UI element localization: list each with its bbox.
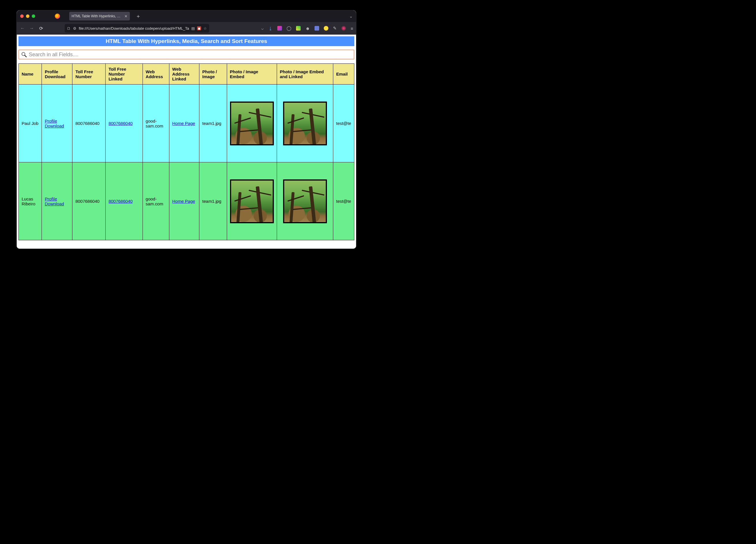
window-controls (20, 14, 35, 18)
cell-photo: team1.jpg (199, 162, 227, 240)
tabs-dropdown-icon[interactable]: ⌄ (349, 14, 353, 18)
toll-free-link[interactable]: 8007686040 (108, 121, 132, 126)
embedded-image-link[interactable] (280, 102, 330, 145)
cell-web-address: good-sam.com (143, 162, 169, 240)
downloads-icon[interactable]: ⭳ (268, 26, 273, 31)
back-button[interactable]: ← (20, 26, 25, 31)
cell-toll-free-linked: 8007686040 (106, 85, 143, 162)
cell-toll-free: 8007686040 (72, 162, 106, 240)
close-window-button[interactable] (20, 14, 24, 18)
cell-photo-embed (227, 85, 277, 162)
page-content: HTML Table With Hyperlinks, Media, Searc… (17, 35, 356, 249)
url-bar[interactable]: 🗋 ⚙ file:///Users/nathan/Downloads/tabul… (65, 24, 209, 33)
col-toll-free[interactable]: Toll Free Number (72, 64, 106, 85)
table-row: Paul Job Profile Download 8007686040 800… (19, 85, 354, 162)
extension-icon-4[interactable]: ☻ (305, 26, 310, 31)
url-text: file:///Users/nathan/Downloads/tabulate … (79, 26, 189, 31)
embedded-image (230, 102, 274, 145)
app-menu-icon[interactable]: ≡ (351, 26, 353, 31)
col-toll-free-linked[interactable]: Toll Free Number Linked (106, 64, 143, 85)
search-container (18, 50, 354, 59)
permissions-icon[interactable]: ⚙ (73, 26, 76, 31)
home-page-link[interactable]: Home Page (172, 199, 195, 204)
search-icon (21, 51, 27, 58)
col-profile-download[interactable]: Profile Download (42, 64, 72, 85)
toll-free-link[interactable]: 8007686040 (108, 199, 132, 204)
titlebar: HTML Table With Hyperlinks, Media, ✕ ＋ ⌄ (17, 10, 356, 22)
col-name[interactable]: Name (19, 64, 42, 85)
firefox-logo-icon (55, 14, 60, 19)
cell-name: Paul Job (19, 85, 42, 162)
blocker-badge-icon[interactable]: ◼ (197, 26, 201, 30)
embedded-image (283, 102, 327, 145)
col-photo-embed-linked[interactable]: Photo / Image Embed and Linked (277, 64, 333, 85)
toolbar-extensions: ⌵ ⭳ ◯ ☻ ✎ ≡ (261, 26, 353, 31)
extension-icon-3[interactable] (296, 26, 301, 31)
cell-photo-embed (227, 162, 277, 240)
cell-web-address-linked: Home Page (169, 162, 199, 240)
cell-toll-free: 8007686040 (72, 85, 106, 162)
embedded-image-link[interactable] (280, 180, 330, 223)
browser-window: HTML Table With Hyperlinks, Media, ✕ ＋ ⌄… (17, 10, 356, 249)
reader-mode-icon[interactable]: ▤ (191, 26, 195, 31)
extension-icon-8[interactable] (341, 26, 346, 31)
search-input[interactable] (29, 52, 352, 58)
browser-tab[interactable]: HTML Table With Hyperlinks, Media, ✕ (69, 12, 130, 20)
cell-toll-free-linked: 8007686040 (106, 162, 143, 240)
profile-download-link[interactable]: Profile Download (45, 197, 64, 206)
cell-email: test@te (333, 85, 354, 162)
extension-icon-1[interactable] (277, 26, 282, 31)
col-photo[interactable]: Photo / Image (199, 64, 227, 85)
file-icon: 🗋 (67, 26, 71, 31)
extension-icon-6[interactable] (324, 26, 328, 31)
table-header-row: Name Profile Download Toll Free Number T… (19, 64, 354, 85)
cell-web-address: good-sam.com (143, 85, 169, 162)
table-row: Lucas Ribeiro Profile Download 800768604… (19, 162, 354, 240)
cell-photo-embed-linked (277, 85, 333, 162)
cell-email: test@te (333, 162, 354, 240)
new-tab-button[interactable]: ＋ (132, 13, 144, 20)
col-web-address[interactable]: Web Address (143, 64, 169, 85)
profile-download-link[interactable]: Profile Download (45, 119, 64, 128)
pocket-icon[interactable]: ⌵ (261, 26, 264, 31)
extension-icon-5[interactable] (315, 26, 319, 31)
col-web-address-linked[interactable]: Web Address Linked (169, 64, 199, 85)
page-title: HTML Table With Hyperlinks, Media, Searc… (18, 36, 354, 46)
home-page-link[interactable]: Home Page (172, 121, 195, 126)
svg-line-1 (25, 55, 27, 57)
embedded-image (283, 180, 327, 223)
data-table: Name Profile Download Toll Free Number T… (18, 63, 354, 240)
col-email[interactable]: Email (333, 64, 354, 85)
cell-web-address-linked: Home Page (169, 85, 199, 162)
cell-photo: team1.jpg (199, 85, 227, 162)
embedded-image (230, 180, 274, 223)
close-tab-icon[interactable]: ✕ (124, 14, 128, 18)
bookmark-star-icon[interactable]: ☆ (203, 26, 207, 31)
cell-profile-download: Profile Download (42, 85, 72, 162)
cell-name: Lucas Ribeiro (19, 162, 42, 240)
cell-photo-embed-linked (277, 162, 333, 240)
tab-title: HTML Table With Hyperlinks, Media, (72, 14, 122, 18)
toolbar: ← → ⟳ 🗋 ⚙ file:///Users/nathan/Downloads… (17, 22, 356, 35)
forward-button[interactable]: → (29, 26, 35, 31)
maximize-window-button[interactable] (32, 14, 35, 18)
reload-button[interactable]: ⟳ (38, 26, 44, 31)
extension-icon-2[interactable]: ◯ (287, 26, 291, 31)
cell-profile-download: Profile Download (42, 162, 72, 240)
extension-icon-7[interactable]: ✎ (333, 26, 337, 31)
minimize-window-button[interactable] (26, 14, 29, 18)
col-photo-embed[interactable]: Photo / Image Embed (227, 64, 277, 85)
